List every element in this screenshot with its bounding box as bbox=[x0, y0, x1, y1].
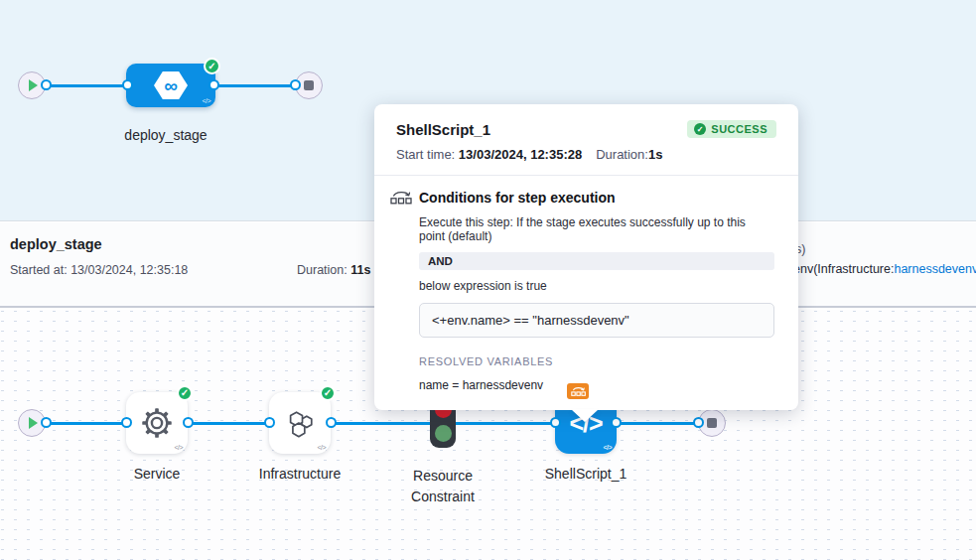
popover-header: ShellScript_1 ✓ SUCCESS Start time: 13/0… bbox=[374, 104, 798, 176]
port-dot bbox=[183, 417, 194, 428]
stage-node-deploy-stage[interactable]: ∞ </> bbox=[126, 64, 215, 107]
expression-box: <+env.name> == "harnessdevenv" bbox=[419, 303, 774, 338]
popover-body: Conditions for step execution Execute th… bbox=[374, 176, 798, 410]
stage-label: deploy_stage bbox=[96, 127, 235, 143]
success-check-icon: ✓ bbox=[177, 385, 193, 401]
play-icon bbox=[29, 79, 38, 91]
port-dot bbox=[290, 79, 301, 90]
cd-stage-icon: ∞ bbox=[154, 70, 188, 100]
success-check-icon: ✓ bbox=[204, 58, 220, 74]
stage-duration-label: Duration: bbox=[297, 263, 350, 277]
stop-icon bbox=[707, 418, 717, 428]
operator-bar: AND bbox=[419, 252, 774, 270]
popover-caret bbox=[571, 409, 599, 422]
step-label-service: Service bbox=[107, 466, 207, 482]
conditional-execution-badge-icon bbox=[567, 383, 589, 399]
infrastructure-link[interactable]: harnessdevenv bbox=[894, 262, 976, 276]
port-dot bbox=[611, 417, 622, 428]
code-mark-icon: </> bbox=[174, 444, 183, 451]
edge-service-to-infra bbox=[187, 422, 272, 425]
port-dot bbox=[41, 79, 52, 90]
status-badge: ✓ SUCCESS bbox=[687, 120, 776, 138]
status-badge-label: SUCCESS bbox=[711, 123, 767, 135]
start-time-label: Start time: bbox=[396, 147, 459, 162]
play-icon bbox=[29, 417, 38, 429]
start-time-value: 13/03/2024, 12:35:28 bbox=[459, 147, 582, 162]
port-dot bbox=[122, 79, 133, 90]
step-label-shellscript: ShellScript_1 bbox=[536, 466, 635, 482]
code-mark-icon: </> bbox=[603, 444, 612, 451]
step-node-service[interactable]: </> bbox=[126, 392, 188, 454]
pipeline-execution-view: ∞ </> ✓ deploy_stage deploy_stage Starte… bbox=[0, 0, 976, 560]
stage-started-at: Started at: 13/03/2024, 12:35:18 bbox=[10, 263, 188, 277]
port-dot bbox=[41, 417, 52, 428]
conditional-execution-icon bbox=[390, 190, 412, 206]
expression-intro-text: below expression is true bbox=[419, 279, 774, 293]
edge-start-to-stage bbox=[44, 84, 129, 87]
port-dot bbox=[693, 417, 704, 428]
step-label-resource-constraint: Resource Constraint bbox=[398, 466, 488, 507]
success-check-icon: ✓ bbox=[320, 385, 336, 401]
code-mark-icon: </> bbox=[317, 444, 326, 451]
stage-band-title: deploy_stage bbox=[10, 236, 102, 252]
resolved-variables-label: RESOLVED VARIABLES bbox=[419, 355, 774, 367]
edge-stage-to-end bbox=[213, 84, 297, 87]
step-node-infrastructure[interactable]: </> bbox=[269, 392, 331, 454]
port-dot bbox=[121, 417, 132, 428]
infrastructure-hexagons-icon bbox=[284, 407, 316, 439]
environment-info-text: env(Infrastructure: bbox=[793, 262, 894, 276]
conditions-title: Conditions for step execution bbox=[419, 190, 616, 206]
gear-icon bbox=[140, 406, 174, 440]
duration-label: Duration: bbox=[596, 147, 648, 162]
environment-info-clipped: env(Infrastructure:harnessdevenv bbox=[793, 262, 976, 276]
stop-icon bbox=[304, 80, 314, 90]
step-details-popover: ShellScript_1 ✓ SUCCESS Start time: 13/0… bbox=[374, 104, 798, 410]
stage-duration-value: 11s bbox=[350, 263, 370, 277]
port-dot bbox=[550, 417, 561, 428]
edge-start-to-service bbox=[44, 422, 129, 425]
duration-value: 1s bbox=[648, 147, 662, 162]
success-check-icon: ✓ bbox=[694, 123, 706, 135]
execute-condition-text: Execute this step: If the stage executes… bbox=[419, 215, 774, 243]
step-label-infrastructure: Infrastructure bbox=[240, 466, 359, 482]
traffic-light-green bbox=[435, 425, 452, 442]
port-dot bbox=[326, 417, 337, 428]
popover-step-title: ShellScript_1 bbox=[396, 121, 490, 138]
port-dot bbox=[209, 79, 219, 90]
stage-duration: Duration: 11s bbox=[297, 263, 370, 277]
popover-meta: Start time: 13/03/2024, 12:35:28Duration… bbox=[396, 147, 776, 162]
resolved-variable-value: name = harnessdevenv bbox=[419, 378, 774, 392]
edge-shellscript-to-end bbox=[615, 422, 700, 425]
code-mark-icon: </> bbox=[202, 97, 210, 104]
port-dot bbox=[264, 417, 275, 428]
